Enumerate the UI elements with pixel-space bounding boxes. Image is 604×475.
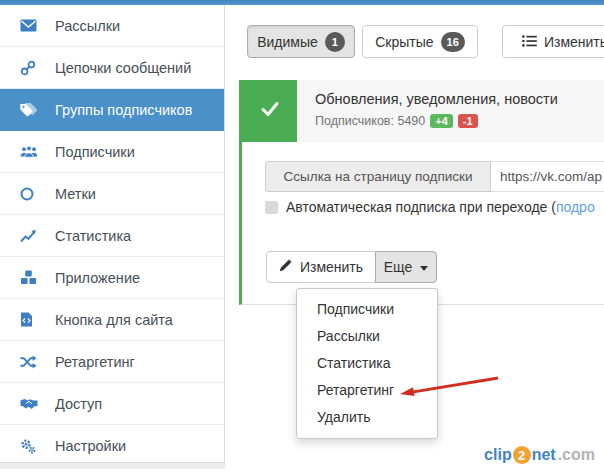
subscribers-count: Подписчиков: 5490: [315, 114, 425, 128]
check-icon: [259, 100, 281, 122]
sidebar-item-label: Доступ: [55, 396, 102, 412]
subscription-link-group: Ссылка на страницу подписки https://vk.c…: [265, 161, 604, 192]
gears-icon: [20, 438, 44, 454]
cubes-icon: [20, 270, 44, 286]
sidebar-item-label: Метки: [55, 186, 96, 202]
app-window: Рассылки Цепочки сообщений Группы подпис…: [0, 0, 604, 475]
auto-subscribe-row: Автоматическая подписка при переходе (по…: [265, 199, 595, 215]
red-annotation-arrow: [398, 372, 502, 404]
visible-tab-button[interactable]: Видимые 1: [247, 25, 355, 58]
group-actions: Изменить Еще: [266, 251, 437, 283]
sidebar-item-label: Ретаргетинг: [55, 354, 135, 370]
subscriber-group-panel: Обновления, уведомления, новости Подписч…: [239, 80, 604, 305]
sidebar-footer-strip: [0, 462, 225, 469]
sidebar-item-settings[interactable]: Настройки: [0, 425, 224, 467]
caret-down-icon: [420, 266, 428, 271]
more-label: Еще: [384, 259, 413, 275]
sidebar-item-subscriber-groups[interactable]: Группы подписчиков: [0, 89, 224, 131]
chain-icon: [20, 60, 44, 76]
group-title: Обновления, уведомления, новости: [315, 91, 558, 107]
sidebar-item-label: Кнопка для сайта: [55, 312, 173, 328]
details-link[interactable]: подро: [556, 199, 595, 215]
handshake-icon: [20, 396, 44, 412]
hidden-tab-label: Скрытые: [375, 34, 433, 50]
chart-icon: [20, 228, 44, 244]
sidebar-item-label: Настройки: [55, 438, 126, 454]
sidebar-item-application[interactable]: Приложение: [0, 257, 224, 299]
visible-count-badge: 1: [325, 32, 345, 52]
subscribers-loss-badge: -1: [458, 114, 478, 128]
file-code-icon: [20, 312, 44, 328]
group-subscribers-row: Подписчиков: 5490 +4 -1: [315, 114, 558, 128]
hidden-count-badge: 16: [441, 32, 465, 52]
group-info: Обновления, уведомления, новости Подписч…: [297, 80, 558, 142]
sidebar-item-mailings[interactable]: Рассылки: [0, 5, 224, 47]
sidebar-item-label: Подписчики: [55, 144, 135, 160]
more-dropdown-menu: Подписчики Рассылки Статистика Ретаргети…: [296, 288, 438, 439]
auto-subscribe-label: Автоматическая подписка при переходе (: [286, 199, 556, 215]
edit-group-button[interactable]: Изменить: [266, 251, 376, 283]
sidebar-item-label: Статистика: [55, 228, 131, 244]
pencil-icon: [279, 259, 292, 275]
menu-item-delete[interactable]: Удалить: [297, 404, 437, 431]
menu-item-mailings[interactable]: Рассылки: [297, 323, 437, 350]
edit-group-label: Изменить: [300, 259, 363, 275]
sidebar-item-label: Рассылки: [55, 18, 120, 34]
sidebar-item-subscribers[interactable]: Подписчики: [0, 131, 224, 173]
sidebar-item-label: Группы подписчиков: [55, 102, 192, 118]
shuffle-icon: [20, 354, 44, 370]
subscribers-gain-badge: +4: [430, 114, 453, 128]
watermark-com: .com: [558, 446, 595, 464]
sidebar-item-message-chains[interactable]: Цепочки сообщений: [0, 47, 224, 89]
sidebar-item-label: Цепочки сообщений: [55, 60, 191, 76]
sidebar-item-tags[interactable]: Метки: [0, 173, 224, 215]
auto-subscribe-checkbox[interactable]: [265, 201, 278, 214]
hidden-tab-button[interactable]: Скрытые 16: [362, 25, 478, 58]
mail-icon: [20, 18, 44, 34]
group-panel-header: Обновления, уведомления, новости Подписч…: [242, 80, 604, 142]
list-icon: [522, 34, 537, 50]
watermark-2-badge: 2: [513, 446, 531, 464]
sidebar-item-statistics[interactable]: Статистика: [0, 215, 224, 257]
watermark-clip: clip: [484, 446, 512, 464]
users-icon: [20, 144, 44, 160]
watermark-net: net: [532, 446, 556, 464]
sidebar-item-site-button[interactable]: Кнопка для сайта: [0, 299, 224, 341]
group-selected-checkbox[interactable]: [242, 80, 297, 142]
sidebar-item-label: Приложение: [55, 270, 140, 286]
more-button[interactable]: Еще: [375, 251, 437, 283]
subscription-link-value: https://vk.com/ap: [500, 169, 602, 184]
circle-icon: [20, 186, 44, 202]
tags-icon: [20, 102, 44, 118]
subscription-link-field[interactable]: https://vk.com/ap: [491, 161, 604, 192]
sidebar-item-retargeting[interactable]: Ретаргетинг: [0, 341, 224, 383]
menu-item-subscribers[interactable]: Подписчики: [297, 296, 437, 323]
sidebar: Рассылки Цепочки сообщений Группы подпис…: [0, 5, 225, 469]
sidebar-item-access[interactable]: Доступ: [0, 383, 224, 425]
clip2net-watermark: clip 2 net .com: [484, 446, 595, 464]
edit-list-label: Изменить: [544, 34, 604, 50]
subscription-link-button[interactable]: Ссылка на страницу подписки: [265, 161, 491, 192]
edit-list-button[interactable]: Изменить: [502, 25, 604, 58]
visible-tab-label: Видимые: [257, 34, 318, 50]
